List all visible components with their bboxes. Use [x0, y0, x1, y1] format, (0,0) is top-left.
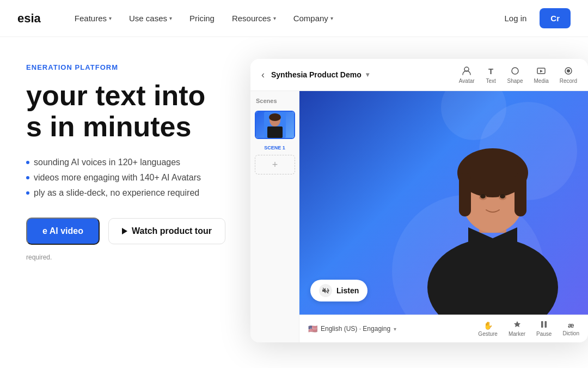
svg-rect-8	[267, 126, 283, 138]
nav-links: Features ▾ Use cases ▾ Pricing Resources…	[67, 9, 496, 27]
window-header-left: ‹ Synthesia Product Demo ▾	[261, 69, 369, 81]
bottom-tools: ✋ Gesture Marker	[478, 321, 579, 337]
nav-features[interactable]: Features ▾	[67, 9, 119, 27]
feature-item: videos more engaging with 140+ AI Avatar…	[26, 173, 261, 183]
hero-content: ENERATION PLATFORM your text into s in m…	[0, 37, 261, 261]
tool-pause[interactable]: Pause	[536, 321, 552, 337]
avatar-icon	[461, 65, 472, 76]
chevron-down-icon: ▾	[109, 15, 112, 21]
chevron-down-icon: ▾	[394, 326, 396, 332]
record-icon	[563, 65, 574, 76]
tool-media[interactable]: Media	[534, 65, 549, 84]
text-icon: T	[486, 65, 497, 76]
chevron-down-icon: ▾	[273, 15, 276, 21]
product-window: ‹ Synthesia Product Demo ▾	[250, 59, 588, 342]
svg-rect-14	[514, 173, 526, 216]
no-cc-label: required.	[26, 254, 261, 261]
svg-point-18	[500, 194, 505, 198]
window-tools: Avatar T Text Shape	[459, 65, 577, 84]
tool-avatar[interactable]: Avatar	[459, 65, 475, 84]
video-canvas: Listen	[299, 91, 588, 315]
tool-gesture[interactable]: ✋ Gesture	[478, 321, 498, 337]
listen-button[interactable]: Listen	[310, 280, 367, 301]
chevron-down-icon: ▾	[330, 15, 333, 21]
back-button[interactable]: ‹	[261, 69, 265, 81]
pause-icon	[541, 321, 547, 330]
hero-buttons: e AI video Watch product tour	[26, 218, 261, 245]
nav-use-cases[interactable]: Use cases ▾	[121, 9, 180, 27]
hero-section: ENERATION PLATFORM your text into s in m…	[0, 37, 588, 368]
navbar: esia Features ▾ Use cases ▾ Pricing Reso…	[0, 0, 588, 37]
gesture-icon: ✋	[483, 321, 493, 330]
svg-point-17	[480, 194, 486, 198]
feature-item: ply as a slide-deck, no experience requi…	[26, 188, 261, 198]
create-button[interactable]: Cr	[540, 8, 571, 28]
tool-text[interactable]: T Text	[486, 65, 497, 84]
listen-label: Listen	[336, 286, 359, 295]
svg-rect-13	[459, 173, 471, 216]
feature-item: sounding AI voices in 120+ languages	[26, 158, 261, 167]
mute-icon	[319, 284, 332, 297]
language-selector[interactable]: 🇺🇸 English (US) · Engaging ▾	[308, 324, 396, 333]
tool-diction[interactable]: æ Diction	[562, 321, 579, 336]
login-button[interactable]: Log in	[495, 9, 535, 27]
diction-icon: æ	[568, 321, 574, 329]
svg-point-4	[567, 69, 570, 73]
create-video-button[interactable]: e AI video	[26, 218, 100, 245]
play-icon	[122, 228, 127, 234]
scene-thumb-inner	[256, 112, 294, 138]
svg-point-7	[269, 113, 281, 121]
svg-point-1	[512, 68, 518, 74]
logo: esia	[17, 11, 41, 26]
media-icon	[536, 65, 547, 76]
svg-rect-21	[545, 321, 547, 328]
marker-icon	[513, 321, 521, 330]
product-demo: ‹ Synthesia Product Demo ▾	[250, 59, 588, 364]
tool-shape[interactable]: Shape	[507, 65, 523, 84]
bottom-controls: 🇺🇸 English (US) · Engaging ▾ ✋ Gesture	[299, 315, 588, 342]
avatar-figure	[414, 113, 572, 315]
tool-marker[interactable]: Marker	[509, 321, 525, 337]
nav-resources[interactable]: Resources ▾	[224, 9, 284, 27]
hero-features-list: sounding AI voices in 120+ languages vid…	[26, 158, 261, 198]
dropdown-icon: ▾	[366, 71, 369, 79]
shape-icon	[510, 65, 520, 76]
window-header: ‹ Synthesia Product Demo ▾	[250, 59, 588, 91]
platform-label: ENERATION PLATFORM	[26, 63, 261, 71]
chevron-down-icon: ▾	[169, 15, 172, 21]
hero-title: your text into s in minutes	[26, 80, 261, 142]
nav-pricing[interactable]: Pricing	[182, 9, 222, 27]
nav-company[interactable]: Company ▾	[286, 9, 341, 27]
watch-tour-button[interactable]: Watch product tour	[108, 218, 225, 244]
canvas-area: Listen 🇺🇸 English (US) · Engaging ▾ ✋	[299, 91, 588, 342]
window-body: Scenes SCENE 1 +	[250, 91, 588, 342]
svg-rect-20	[541, 321, 543, 328]
nav-right: Log in Cr	[495, 8, 571, 28]
window-title: Synthesia Product Demo ▾	[271, 70, 369, 79]
tool-record[interactable]: Record	[560, 65, 577, 84]
flag-icon: 🇺🇸	[308, 324, 317, 333]
